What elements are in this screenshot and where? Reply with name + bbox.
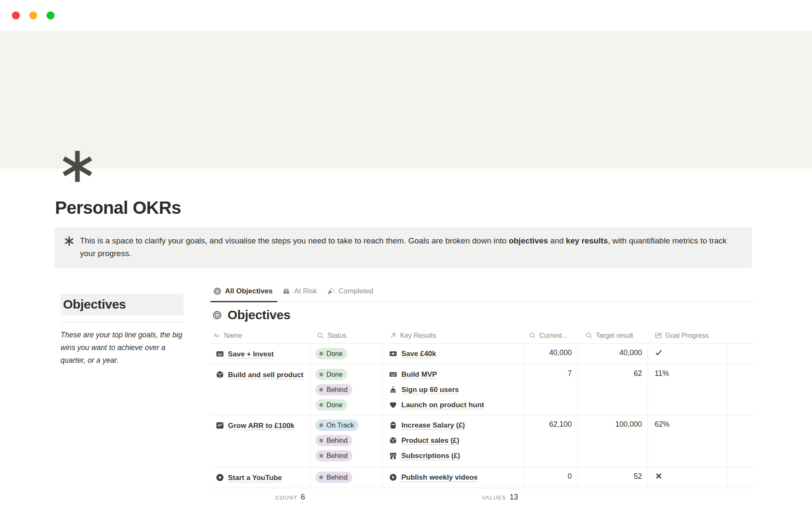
column-header-key-results[interactable]: Key Results [383,328,524,343]
status-pill-behind[interactable]: Behind [315,435,352,446]
objective-name-link[interactable]: Grow ARR to £100k [228,422,294,430]
status-label: Done [326,350,343,358]
key-result-link[interactable]: Build MVP [401,369,437,380]
key-result-link[interactable]: Publish weekly videos [401,472,477,483]
status-cell[interactable]: On TrackBehindBehind [310,415,383,467]
objective-name-link[interactable]: Start a YouTube [228,474,282,482]
sidebar-description: These are your top line goals, the big w… [60,329,184,367]
window-controls [12,11,55,19]
goal-progress-value: 11% [655,369,669,378]
count-aggregate[interactable]: COUNT 6 [275,493,305,502]
key-results-cell[interactable]: Increase Salary (£)Product sales (£)Subs… [383,415,524,467]
objectives-sidebar: Objectives These are your top line goals… [60,294,184,367]
status-dot [319,439,323,442]
arrow-up-right-icon [390,332,397,339]
values-aggregate[interactable]: VALUES 13 [383,493,518,502]
key-result-link[interactable]: Launch on product hunt [401,399,484,411]
key-result-link[interactable]: Save £40k [401,348,436,359]
key-result-link[interactable]: Subscriptions (£) [401,450,460,461]
tab-at-risk[interactable]: At Risk [277,283,322,301]
status-pill-behind[interactable]: Behind [315,384,352,395]
asterisk-page-icon[interactable] [61,150,94,183]
objective-name-link[interactable]: Build and sell product [228,371,304,379]
minimize-window-button[interactable] [29,11,37,19]
objective-name-cell[interactable]: Start a YouTube [210,467,310,488]
column-header-label: Name [224,332,242,340]
count-value: 6 [301,493,305,502]
status-label: Behind [326,474,348,481]
status-label: Done [326,371,343,378]
bell-icon [389,386,397,394]
status-pill-done[interactable]: Done [315,348,347,359]
key-result: Publish weekly videos [389,472,524,483]
status-pill-behind[interactable]: Behind [315,472,352,483]
asterisk-icon [64,236,74,246]
current-result-cell[interactable]: 40,000 [524,344,578,364]
target-result-cell[interactable]: 100,000 [578,415,648,467]
current-result-cell[interactable]: 62,100 [524,415,578,467]
goal-progress-cell[interactable]: 62% [648,415,727,467]
objective-name-cell[interactable]: Grow ARR to £100k [210,415,310,467]
status-label: Behind [326,386,348,394]
target-result-cell[interactable]: 52 [578,467,648,488]
text-icon: Aa [214,332,221,339]
column-header-name[interactable]: AaName [210,328,310,343]
objective-name-link[interactable]: Save + Invest [228,350,274,358]
key-results-cell[interactable]: Publish weekly videos [383,467,524,488]
play-icon [389,473,397,481]
column-header-status[interactable]: Status [310,328,383,343]
key-result: Sign up 60 users [389,384,524,395]
status-dot [319,454,323,458]
goal-progress-cell[interactable] [648,344,727,364]
goal-progress-cell[interactable] [648,467,727,488]
objective-name-cell[interactable]: Save + Invest [210,344,310,364]
status-pill-on-track[interactable]: On Track [315,420,359,431]
table-row: Start a YouTubeBehindPublish weekly vide… [210,467,755,488]
zoom-window-button[interactable] [47,11,55,19]
status-pill-behind[interactable]: Behind [315,450,352,461]
empty-cell [727,364,755,415]
status-dot [319,403,323,407]
status-cell[interactable]: Done [310,344,383,364]
goal-progress-cell[interactable]: 11% [648,364,727,415]
tab-label: Completed [338,287,373,295]
values-value: 13 [510,493,518,502]
key-result: Subscriptions (£) [389,450,524,461]
status-dot [319,388,323,392]
target-icon [213,311,222,320]
play-icon [216,473,224,482]
key-results-cell[interactable]: Save £40k [383,344,524,364]
target-result-cell[interactable]: 62 [578,364,648,415]
tab-all-objectives[interactable]: All Objectives [210,283,277,301]
empty-cell [727,467,755,488]
column-header-label: Status [327,332,346,340]
okr-database: All ObjectivesAt RiskCompleted Objective… [210,283,755,508]
close-window-button[interactable] [12,11,20,19]
target-result-cell[interactable]: 40,000 [578,344,648,364]
column-header-current[interactable]: Current... [524,328,578,343]
check-icon [655,348,663,356]
status-label: On Track [326,422,354,429]
column-header-target-result[interactable]: Target result [578,328,648,343]
key-result-link[interactable]: Increase Salary (£) [401,420,465,431]
empty-cell [727,344,755,364]
tab-completed[interactable]: Completed [322,283,378,301]
status-pill-done[interactable]: Done [315,369,347,380]
table-footer: COUNT 6 VALUES 13 [210,488,755,508]
current-result-cell[interactable]: 0 [524,467,578,488]
empty-cell [727,415,755,467]
objective-name-cell[interactable]: Build and sell product [210,364,310,415]
status-pill-done[interactable]: Done [315,399,347,411]
key-results-cell[interactable]: Build MVPSign up 60 usersLaunch on produ… [383,364,524,415]
table-row: Grow ARR to £100kOn TrackBehindBehindInc… [210,415,755,467]
status-dot [319,373,323,376]
current-result-cell[interactable]: 7 [524,364,578,415]
values-label: VALUES [482,494,506,501]
status-cell[interactable]: DoneBehindDone [310,364,383,415]
key-result: Increase Salary (£) [389,420,524,431]
column-header-goal-progress[interactable]: Goal Progress [648,328,727,343]
key-result-link[interactable]: Sign up 60 users [401,384,459,395]
package-icon [216,370,224,379]
status-cell[interactable]: Behind [310,467,383,488]
key-result-link[interactable]: Product sales (£) [401,435,459,446]
